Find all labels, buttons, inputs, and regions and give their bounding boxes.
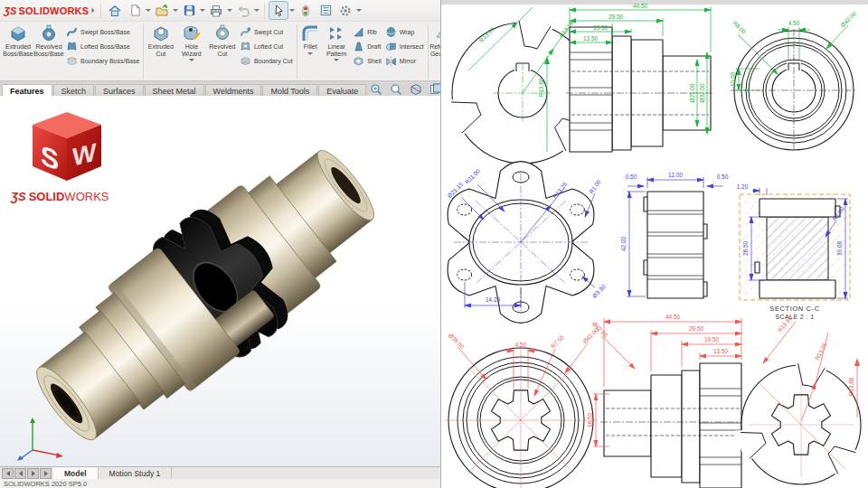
linear-pattern-button[interactable]: Linear Pattern bbox=[322, 23, 351, 61]
chevron-down-icon[interactable] bbox=[289, 9, 295, 12]
swept-boss-icon bbox=[66, 26, 78, 38]
dimension-label: 14.29 bbox=[486, 296, 500, 303]
chevron-down-icon[interactable] bbox=[356, 9, 362, 12]
home-button[interactable] bbox=[106, 2, 124, 19]
select-tool-button[interactable] bbox=[269, 2, 288, 19]
chevron-down-icon[interactable] bbox=[189, 59, 194, 61]
swept-cut-button[interactable]: Swept Cut bbox=[238, 25, 295, 39]
options-button[interactable] bbox=[336, 2, 354, 19]
new-document-icon bbox=[128, 4, 142, 17]
hole-wizard-icon bbox=[182, 23, 202, 43]
chevron-down-icon[interactable] bbox=[307, 52, 313, 55]
boundary-boss-icon bbox=[66, 55, 78, 67]
open-button[interactable] bbox=[153, 2, 171, 19]
fillet-button[interactable]: Fillet bbox=[298, 23, 322, 55]
dimension-label: R13.25 bbox=[814, 342, 828, 361]
zoom-fit-button[interactable] bbox=[367, 81, 384, 97]
ribbon-group-cut: Extruded Cut Hole Wizard Revolved Cut Sw… bbox=[145, 23, 296, 80]
next-tab-button[interactable] bbox=[27, 468, 39, 479]
chevron-down-icon[interactable] bbox=[334, 59, 339, 61]
drawing-sheet: R13.60 R13.25 R13.60 bbox=[441, 0, 868, 488]
quick-access-toolbar: ƷSSOLIDWORKS bbox=[0, 0, 440, 22]
prev-tab-button[interactable] bbox=[14, 468, 26, 479]
dimension-label: 13.50 bbox=[583, 35, 598, 42]
feature-statistics-button[interactable] bbox=[316, 2, 335, 19]
rebuild-button[interactable] bbox=[297, 2, 315, 19]
dimension-label: Ø42.00 bbox=[839, 10, 857, 28]
button-label: Boundary Cut bbox=[254, 58, 293, 64]
draft-icon bbox=[353, 41, 364, 52]
revolved-cut-button[interactable]: Revolved Cut bbox=[207, 23, 238, 57]
open-folder-icon bbox=[155, 4, 169, 18]
revolved-boss-button[interactable]: Revolved Boss/Base bbox=[33, 23, 64, 57]
lofted-boss-button[interactable]: Lofted Boss/Base bbox=[64, 40, 141, 53]
solidworks-logo: S W ƷSSOLIDWORKS bbox=[11, 107, 146, 203]
hole-wizard-button[interactable]: Hole Wizard bbox=[176, 23, 207, 61]
rib-button[interactable]: Rib bbox=[351, 25, 383, 39]
boundary-boss-button[interactable]: Boundary Boss/Base bbox=[64, 54, 141, 68]
graphics-viewport[interactable]: S W ƷSSOLIDWORKS bbox=[0, 96, 440, 466]
section-title: SECTION C-C bbox=[769, 305, 819, 313]
home-icon bbox=[108, 4, 122, 18]
cut-stack: Swept Cut Lofted Cut Boundary Cut bbox=[238, 23, 295, 68]
extruded-cut-button[interactable]: Extruded Cut bbox=[146, 23, 176, 57]
dimension-label: 29.50 bbox=[609, 14, 623, 20]
reference-geometry-button[interactable]: Reference Geometry bbox=[429, 23, 440, 61]
wordmark-works: WORKS bbox=[64, 190, 108, 203]
reference-geometry-icon bbox=[434, 23, 440, 43]
section-view-button[interactable] bbox=[407, 81, 424, 97]
dimension-label: R1.00 bbox=[588, 178, 602, 194]
tab-model[interactable]: Model bbox=[53, 467, 99, 480]
boundary-cut-button[interactable]: Boundary Cut bbox=[238, 54, 295, 68]
zoom-area-button[interactable] bbox=[387, 81, 404, 97]
new-document-button[interactable] bbox=[126, 2, 144, 19]
lofted-cut-button[interactable]: Lofted Cut bbox=[238, 40, 295, 53]
list-icon bbox=[319, 4, 333, 17]
chevron-down-icon[interactable] bbox=[200, 9, 205, 12]
flyout-arrow-icon[interactable] bbox=[92, 8, 95, 14]
linear-pattern-icon bbox=[326, 23, 346, 43]
view-settings-icon bbox=[429, 82, 441, 97]
button-label: Lofted Cut bbox=[254, 43, 283, 50]
dimension-label: 44.50 bbox=[665, 314, 680, 320]
button-label: Swept Cut bbox=[254, 29, 283, 35]
status-bar: SOLIDWORKS 2020 SP5.0 bbox=[0, 479, 441, 488]
button-label: Mirror bbox=[400, 58, 416, 64]
chevron-down-icon[interactable] bbox=[227, 9, 232, 12]
intersect-button[interactable]: Intersect bbox=[383, 40, 426, 53]
dimension-label: Ø39.00 bbox=[448, 332, 466, 350]
gear-icon bbox=[338, 4, 353, 18]
dimension-label: 19.50 bbox=[704, 336, 719, 343]
zoom-fit-icon bbox=[369, 82, 383, 97]
ds-logo-icon: ƷS bbox=[11, 190, 26, 203]
view-hub-back-red: Ø39.00 4.50 R7.50 Ø42.00 bbox=[445, 326, 599, 488]
ribbon-separator bbox=[297, 24, 297, 79]
chevron-down-icon[interactable] bbox=[146, 9, 151, 12]
button-label: Revolved Boss/Base bbox=[33, 43, 64, 57]
first-tab-button[interactable] bbox=[2, 468, 14, 479]
wrap-button[interactable]: Wrap bbox=[383, 25, 426, 39]
orientation-triad-icon bbox=[13, 414, 67, 461]
mirror-button[interactable]: Mirror bbox=[383, 54, 426, 68]
undo-icon bbox=[236, 4, 250, 18]
cube-letter-w: W bbox=[72, 137, 97, 172]
draft-button[interactable]: Draft bbox=[351, 40, 383, 53]
dimension-label: Ø3.30 bbox=[591, 283, 608, 299]
last-tab-button[interactable] bbox=[40, 468, 52, 479]
button-label: Swept Boss/Base bbox=[80, 29, 130, 35]
chevron-down-icon[interactable] bbox=[173, 9, 178, 12]
view-settings-button[interactable] bbox=[427, 81, 441, 97]
tab-nav-cluster bbox=[0, 467, 53, 480]
wrap-icon bbox=[385, 26, 397, 38]
tab-motion-study[interactable]: Motion Study 1 bbox=[99, 467, 173, 480]
swept-boss-button[interactable]: Swept Boss/Base bbox=[64, 25, 141, 39]
undo-button[interactable] bbox=[234, 2, 252, 19]
view-hub-side-red: 44.50 29.50 19.50 13.50 Ø42.00 18.50 bbox=[587, 314, 745, 488]
print-button[interactable] bbox=[207, 2, 225, 19]
save-button[interactable] bbox=[180, 2, 198, 19]
shell-button[interactable]: Shell bbox=[351, 54, 383, 68]
chevron-down-icon[interactable] bbox=[254, 9, 259, 12]
solidworks-window: ƷSSOLIDWORKS Extruded Boss/Base Revolved… bbox=[0, 0, 441, 488]
revolved-boss-icon bbox=[39, 23, 59, 43]
extruded-boss-button[interactable]: Extruded Boss/Base bbox=[3, 23, 33, 57]
